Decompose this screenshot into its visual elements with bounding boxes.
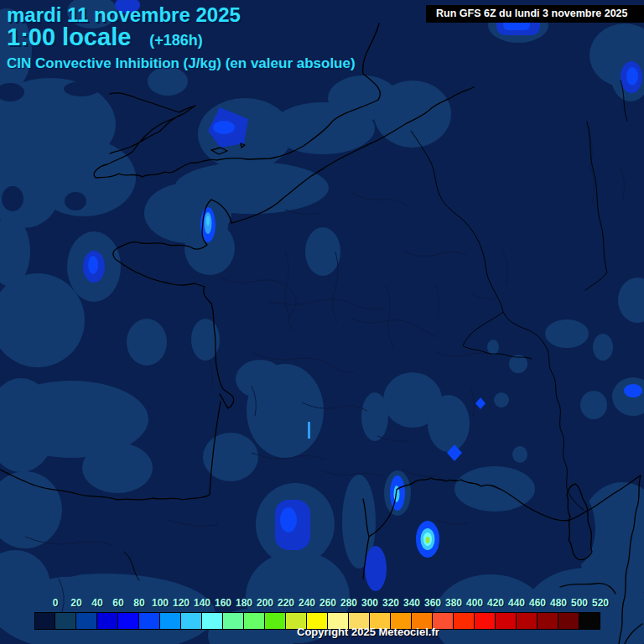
legend-tick-label: 100 xyxy=(152,597,169,609)
legend-tick-label: 440 xyxy=(508,597,525,609)
legend-tick-label: 320 xyxy=(382,597,399,609)
legend-tick-label: 120 xyxy=(173,597,190,609)
legend-cell xyxy=(579,612,600,630)
forecast-offset-label: (+186h) xyxy=(149,32,203,49)
legend-tick-label: 0 xyxy=(53,597,59,609)
legend-tick-label: 220 xyxy=(278,597,294,609)
legend-cell xyxy=(97,612,118,630)
local-time-label: 1:00 locale xyxy=(7,23,131,51)
legend-cell xyxy=(558,612,579,630)
legend-labels: 0204060801001201401601802002202402602803… xyxy=(34,597,602,610)
legend-tick-label: 280 xyxy=(340,597,357,609)
legend-cell xyxy=(475,612,496,630)
legend-tick-label: 380 xyxy=(445,597,462,609)
legend-cell xyxy=(76,612,97,630)
legend-tick-label: 140 xyxy=(194,597,210,609)
legend-cell xyxy=(265,612,286,630)
legend-tick-label: 240 xyxy=(299,597,315,609)
legend-tick-label: 520 xyxy=(592,597,609,609)
legend-cell xyxy=(454,612,475,630)
legend-cell xyxy=(160,612,181,630)
legend-cell xyxy=(496,612,517,630)
legend-tick-label: 60 xyxy=(112,597,123,609)
legend-tick-label: 500 xyxy=(571,597,588,609)
legend-cell xyxy=(139,612,160,630)
weather-map xyxy=(0,0,644,644)
legend-tick-label: 300 xyxy=(361,597,378,609)
legend-tick-label: 360 xyxy=(424,597,441,609)
legend-tick-label: 160 xyxy=(215,597,231,609)
copyright-label: Copyright 2025 Meteociel.fr xyxy=(297,626,439,638)
legend-cell xyxy=(202,612,223,630)
legend-tick-label: 420 xyxy=(487,597,504,609)
legend-tick-label: 80 xyxy=(133,597,144,609)
legend-tick-label: 40 xyxy=(91,597,102,609)
legend-cell xyxy=(538,612,558,630)
legend-tick-label: 20 xyxy=(70,597,81,609)
legend-cell xyxy=(34,612,55,630)
legend-cell xyxy=(55,612,76,630)
legend-tick-label: 400 xyxy=(466,597,483,609)
legend-tick-label: 180 xyxy=(236,597,252,609)
time-row: 1:00 locale (+186h) xyxy=(7,23,203,51)
legend-tick-label: 200 xyxy=(257,597,273,609)
legend-cell xyxy=(181,612,202,630)
legend-cell xyxy=(118,612,139,630)
legend-cell xyxy=(244,612,265,630)
legend-cell xyxy=(223,612,244,630)
parameter-title: CIN Convective Inhibition (J/kg) (en val… xyxy=(7,55,356,72)
model-run-info: Run GFS 6Z du lundi 3 novembre 2025 xyxy=(426,5,644,23)
legend-tick-label: 340 xyxy=(403,597,420,609)
legend-tick-label: 260 xyxy=(319,597,336,609)
legend-tick-label: 480 xyxy=(550,597,567,609)
legend-tick-label: 460 xyxy=(529,597,546,609)
legend-cell xyxy=(517,612,538,630)
